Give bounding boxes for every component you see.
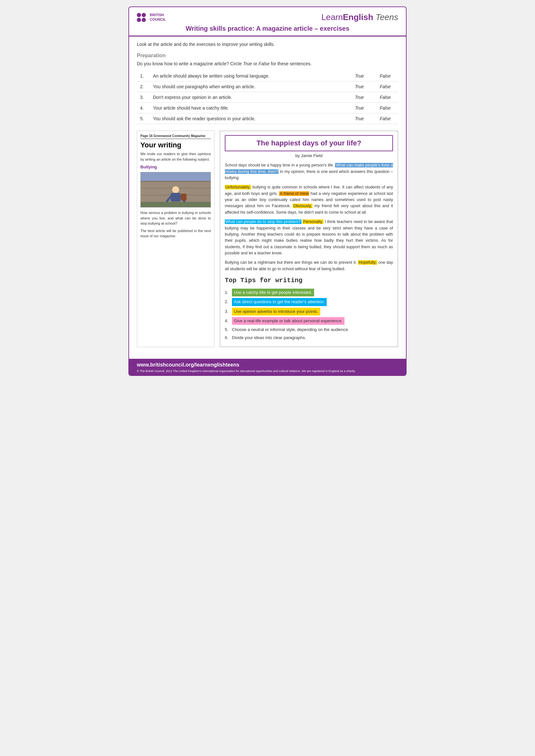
preparation-instruction: Do you know how to write a magazine arti… xyxy=(137,61,398,66)
article-para-2: Unfortunately, bullying is quite common … xyxy=(225,184,393,216)
list-item: 6.Divide your ideas into clear paragraph… xyxy=(225,335,393,341)
bc-text: BRITISH COUNCIL xyxy=(150,13,166,21)
footer: www.britishcouncil.org/learnenglishteens… xyxy=(129,359,406,375)
list-item: 3.Use opinion adverbs to introduce your … xyxy=(225,308,393,315)
left-magazine: Page 16 Greenwood Community Magazine You… xyxy=(137,131,214,347)
bc-circle-2 xyxy=(142,13,146,17)
table-row: 2. You should use paragraphs when writin… xyxy=(137,81,398,92)
tip-num: 4. xyxy=(225,318,230,324)
learn-prefix: Learn xyxy=(321,12,343,22)
svg-rect-11 xyxy=(181,194,186,201)
para3-hl1: What can people do to stop this problem? xyxy=(225,220,301,224)
article-para-1: School days should be a happy time in a … xyxy=(225,162,393,181)
table-row: 3. Don't express your opinion in an arti… xyxy=(137,92,398,103)
header: BRITISH COUNCIL LearnEnglish Teens Writi… xyxy=(129,7,406,37)
true-label: True xyxy=(347,114,372,124)
article-para-4: Bullying can be a nightmare but there ar… xyxy=(225,259,393,272)
true-label: True xyxy=(347,103,372,114)
false-label: False xyxy=(372,92,398,103)
tips-list: 1.Use a catchy title to get people inter… xyxy=(225,289,393,341)
header-top: BRITISH COUNCIL LearnEnglish Teens xyxy=(137,12,398,22)
question-num: 2. xyxy=(137,81,150,92)
list-item: 2.Ask direct questions to get the reader… xyxy=(225,298,393,306)
question-text: Your article should have a catchy title. xyxy=(150,103,347,114)
tip-num: 3. xyxy=(225,308,230,315)
question-num: 4. xyxy=(137,103,150,114)
svg-rect-8 xyxy=(171,193,181,202)
bullying-image xyxy=(140,172,211,207)
list-item: 5.Choose a neutral or informal style, de… xyxy=(225,326,393,333)
list-item: 4.Give a real-life example or talk about… xyxy=(225,317,393,325)
learn-bold: English xyxy=(343,12,373,22)
tip-text: Ask direct questions to get the reader's… xyxy=(232,298,327,306)
intro-text: Look at the article and do the exercises… xyxy=(137,42,398,47)
article-byline: by Jamie Field xyxy=(225,152,393,159)
british-council-logo: BRITISH COUNCIL xyxy=(137,13,166,22)
question-num: 5. xyxy=(137,114,150,124)
learnenglish-teens-logo: LearnEnglish Teens xyxy=(321,12,398,22)
exercise-table: 1. An article should always be written u… xyxy=(137,71,398,124)
bc-circle-3 xyxy=(137,18,141,22)
mag-your-writing: Your writing xyxy=(140,141,211,149)
table-row: 1. An article should always be written u… xyxy=(137,71,398,81)
article-title: The happiest days of your life? xyxy=(225,135,393,151)
question-text: You should ask the reader questions in y… xyxy=(150,114,347,124)
question-text: You should use paragraphs when writing a… xyxy=(150,81,347,92)
footer-copyright: © The British Council, 2012 The United K… xyxy=(137,369,398,373)
mag-page-label: Page 16 Greenwood Community Magazine xyxy=(140,134,211,139)
tip-text: Use opinion adverbs to introduce your po… xyxy=(232,308,320,315)
top-tips-section: Top Tips for writing 1.Use a catchy titl… xyxy=(225,275,393,341)
question-num: 3. xyxy=(137,92,150,103)
svg-rect-6 xyxy=(141,202,211,207)
learn-teens: Teens xyxy=(373,12,398,22)
true-label: True xyxy=(347,71,372,81)
question-text: An article should always be written usin… xyxy=(150,71,347,81)
article-para-3: What can people do to stop this problem?… xyxy=(225,219,393,256)
true-label: True xyxy=(347,92,372,103)
page-title: Writing skills practice: A magazine arti… xyxy=(137,25,398,32)
bc-circle-1 xyxy=(137,13,141,17)
question-num: 1. xyxy=(137,71,150,81)
false-label: False xyxy=(372,103,398,114)
bc-circles-icon xyxy=(137,13,147,22)
svg-rect-2 xyxy=(141,181,211,182)
para1-plain1: School days should be a happy time in a … xyxy=(225,163,335,167)
para4-hl: Hopefully, xyxy=(358,260,377,265)
bullying-illustration xyxy=(141,172,211,207)
para2-hl3: Obviously, xyxy=(293,203,312,208)
true-label: True xyxy=(347,81,372,92)
false-label: False xyxy=(372,71,398,81)
main-content: Look at the article and do the exercises… xyxy=(129,37,406,359)
para4-plain1: Bullying can be a nightmare but there ar… xyxy=(225,260,358,265)
mag-body-text-1: We invite our readers to give their opin… xyxy=(140,151,211,162)
top-tips-title: Top Tips for writing xyxy=(225,275,393,285)
mag-bullying-label: Bullying xyxy=(140,165,211,169)
right-article: The happiest days of your life? by Jamie… xyxy=(220,131,398,347)
section-title-preparation: Preparation xyxy=(137,53,398,59)
tip-num: 5. xyxy=(225,326,230,333)
table-row: 5. You should ask the reader questions i… xyxy=(137,114,398,124)
svg-point-7 xyxy=(172,186,179,193)
para3-rest: I think teachers need to be aware that b… xyxy=(225,220,393,255)
mag-closing-text: The best article will be published in th… xyxy=(140,228,211,239)
tip-num: 6. xyxy=(225,335,230,341)
bc-circle-4 xyxy=(142,18,146,22)
tip-text: Choose a neutral or informal style, depe… xyxy=(232,326,349,333)
footer-url: www.britishcouncil.org/learnenglishteens xyxy=(137,362,398,368)
question-text: Don't express your opinion in an article… xyxy=(150,92,347,103)
mag-question-text: How serious a problem is bullying in sch… xyxy=(140,210,211,226)
false-label: False xyxy=(372,81,398,92)
tip-num: 1. xyxy=(225,289,230,296)
para3-hl2: Personally, xyxy=(302,220,324,224)
bc-line2: COUNCIL xyxy=(150,17,166,22)
bc-line1: BRITISH xyxy=(150,13,166,17)
tip-num: 2. xyxy=(225,299,230,305)
page: BRITISH COUNCIL LearnEnglish Teens Writi… xyxy=(128,7,407,376)
table-row: 4. Your article should have a catchy tit… xyxy=(137,103,398,114)
false-label: False xyxy=(372,114,398,124)
two-col-section: Page 16 Greenwood Community Magazine You… xyxy=(137,131,398,347)
tip-text: Give a real-life example or talk about p… xyxy=(232,317,345,325)
para2-hl2: A friend of mine xyxy=(279,191,309,196)
para2-hl1: Unfortunately, xyxy=(225,185,251,189)
list-item: 1.Use a catchy title to get people inter… xyxy=(225,289,393,296)
